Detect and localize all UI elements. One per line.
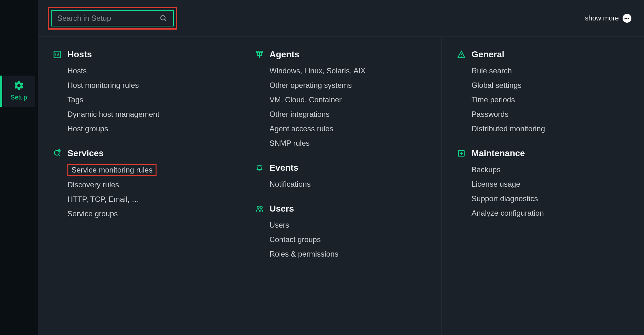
section-agents-header[interactable]: Agents (255, 49, 429, 60)
item-time-periods[interactable]: Time periods (471, 94, 631, 105)
item-agent-access-rules[interactable]: Agent access rules (270, 123, 429, 134)
section-maintenance-title: Maintenance (471, 148, 525, 158)
section-agents-items: Windows, Linux, Solaris, AIX Other opera… (270, 65, 429, 149)
section-hosts: Hosts Hosts Host monitoring rules Tags D… (53, 49, 227, 134)
ellipsis-icon: ••• (623, 14, 631, 23)
item-support-diagnostics[interactable]: Support diagnostics (471, 193, 631, 204)
section-events: Events Notifications (255, 163, 429, 190)
section-services-title: Services (67, 148, 104, 158)
section-hosts-items: Hosts Host monitoring rules Tags Dynamic… (67, 65, 227, 134)
svg-point-9 (257, 206, 259, 208)
item-discovery-rules[interactable]: Discovery rules (67, 179, 227, 190)
item-roles-permissions[interactable]: Roles & permissions (270, 248, 429, 260)
item-tags[interactable]: Tags (67, 94, 227, 105)
item-hosts[interactable]: Hosts (67, 65, 227, 77)
item-host-groups[interactable]: Host groups (67, 123, 227, 134)
section-users-header[interactable]: Users (255, 204, 429, 214)
svg-point-0 (161, 15, 165, 20)
svg-point-7 (259, 51, 260, 53)
search-highlight-box (48, 7, 177, 30)
search-input[interactable] (57, 14, 159, 23)
section-hosts-header[interactable]: Hosts (53, 49, 227, 60)
section-agents-title: Agents (270, 49, 299, 60)
section-maintenance-header[interactable]: Maintenance (457, 148, 631, 158)
section-events-header[interactable]: Events (255, 163, 429, 173)
content-grid: Hosts Hosts Host monitoring rules Tags D… (38, 37, 644, 335)
general-icon (457, 50, 466, 59)
column-1: Hosts Hosts Host monitoring rules Tags D… (38, 37, 240, 335)
section-maintenance: Maintenance Backups License usage Suppor… (457, 148, 631, 219)
main: show more ••• Hosts Hosts Host monitorin… (38, 0, 644, 335)
show-more-label: show more (585, 14, 619, 22)
item-notifications[interactable]: Notifications (270, 179, 429, 190)
agents-icon (255, 50, 264, 59)
nav-setup[interactable]: Setup (3, 76, 35, 107)
item-passwords[interactable]: Passwords (471, 109, 631, 120)
section-agents: Agents Windows, Linux, Solaris, AIX Othe… (255, 49, 429, 149)
show-more-button[interactable]: show more ••• (585, 14, 631, 23)
svg-point-10 (260, 206, 262, 208)
gear-icon (13, 80, 25, 91)
item-global-settings[interactable]: Global settings (471, 80, 631, 91)
services-icon (53, 149, 62, 158)
svg-line-4 (59, 155, 60, 156)
section-events-items: Notifications (270, 179, 429, 190)
section-maintenance-items: Backups License usage Support diagnostic… (471, 164, 631, 219)
section-general: General Rule search Global settings Time… (457, 49, 631, 134)
item-vm-cloud-container[interactable]: VM, Cloud, Container (270, 94, 429, 105)
svg-point-6 (256, 51, 258, 53)
item-service-monitoring-rules[interactable]: Service monitoring rules (67, 164, 157, 176)
users-icon (255, 204, 264, 213)
section-general-items: Rule search Global settings Time periods… (471, 65, 631, 134)
item-backups[interactable]: Backups (471, 164, 631, 175)
item-windows-linux-solaris-aix[interactable]: Windows, Linux, Solaris, AIX (270, 65, 429, 77)
item-snmp-rules[interactable]: SNMP rules (270, 138, 429, 149)
section-general-title: General (471, 49, 504, 60)
events-icon (255, 163, 264, 172)
section-services-items: Service monitoring rules Discovery rules… (67, 164, 227, 219)
item-rule-search[interactable]: Rule search (471, 65, 631, 77)
item-users[interactable]: Users (270, 219, 429, 231)
item-distributed-monitoring[interactable]: Distributed monitoring (471, 123, 631, 134)
item-other-operating-systems[interactable]: Other operating systems (270, 80, 429, 91)
item-http-tcp-email[interactable]: HTTP, TCP, Email, … (67, 194, 227, 205)
topbar: show more ••• (38, 0, 644, 37)
search-icon (159, 14, 168, 22)
search-field[interactable] (51, 10, 174, 26)
maintenance-icon (457, 149, 466, 158)
section-users-title: Users (270, 204, 294, 214)
section-events-title: Events (270, 163, 299, 173)
section-general-header[interactable]: General (457, 49, 631, 60)
section-users: Users Users Contact groups Roles & permi… (255, 204, 429, 260)
item-dynamic-host-management[interactable]: Dynamic host management (67, 109, 227, 120)
item-license-usage[interactable]: License usage (471, 179, 631, 190)
item-contact-groups[interactable]: Contact groups (270, 234, 429, 245)
item-service-groups[interactable]: Service groups (67, 208, 227, 219)
column-2: Agents Windows, Linux, Solaris, AIX Othe… (240, 37, 442, 335)
item-other-integrations[interactable]: Other integrations (270, 109, 429, 120)
item-host-monitoring-rules[interactable]: Host monitoring rules (67, 80, 227, 91)
section-hosts-title: Hosts (67, 49, 92, 60)
section-users-items: Users Contact groups Roles & permissions (270, 219, 429, 260)
section-services: Services Service monitoring rules Discov… (53, 148, 227, 219)
section-services-header[interactable]: Services (53, 148, 227, 158)
item-analyze-configuration[interactable]: Analyze configuration (471, 207, 631, 219)
nav-setup-label: Setup (11, 94, 27, 101)
svg-line-1 (164, 19, 166, 21)
svg-point-8 (261, 51, 262, 53)
column-3: General Rule search Global settings Time… (442, 37, 644, 335)
left-rail: Setup (0, 0, 38, 335)
hosts-icon (53, 50, 62, 59)
